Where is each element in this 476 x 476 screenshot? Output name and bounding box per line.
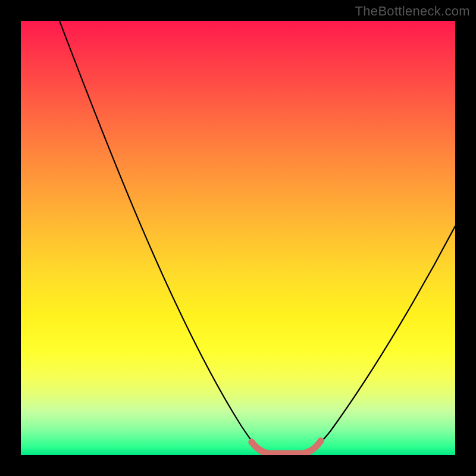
band-dot-right bbox=[318, 438, 324, 444]
watermark-text: TheBottleneck.com bbox=[355, 4, 470, 19]
bottleneck-curve bbox=[60, 21, 455, 453]
curve-layer bbox=[21, 21, 455, 455]
optimal-band bbox=[252, 441, 321, 453]
chart-frame: TheBottleneck.com bbox=[0, 0, 476, 476]
band-dot-left bbox=[249, 439, 255, 446]
plot-area bbox=[21, 21, 455, 455]
